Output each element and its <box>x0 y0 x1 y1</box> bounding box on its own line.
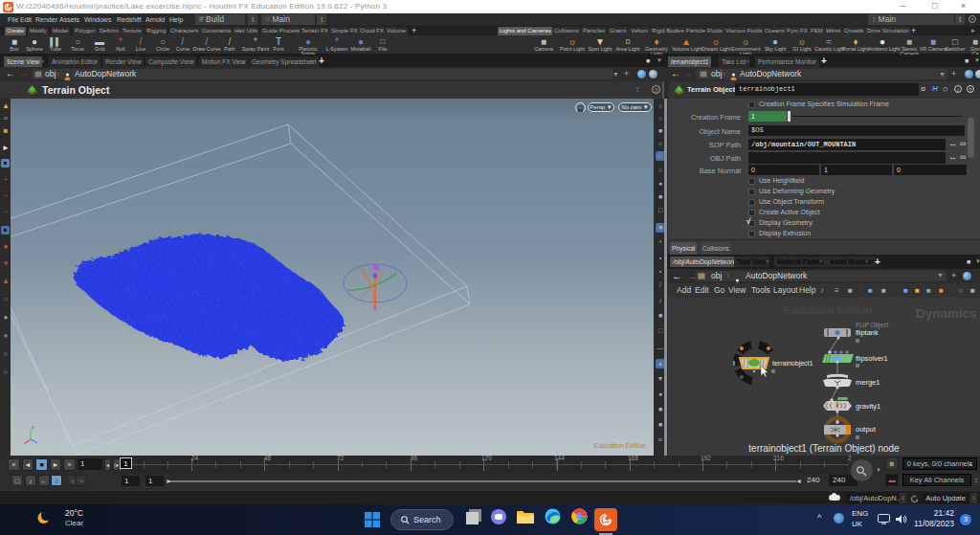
svg-text:merge1: merge1 <box>856 378 880 387</box>
svg-text:output: output <box>856 425 877 434</box>
svg-text:y: y <box>32 424 34 430</box>
svg-text:gravity1: gravity1 <box>856 402 880 411</box>
svg-text:Education Edition: Education Edition <box>783 304 873 316</box>
svg-text:terrainobject1 (Terrain Object: terrainobject1 (Terrain Object) node <box>748 443 900 454</box>
svg-text:terrainobject1: terrainobject1 <box>772 360 813 368</box>
svg-text:i: i <box>733 360 735 367</box>
svg-text:flipsolver1: flipsolver1 <box>856 354 888 363</box>
svg-text:Dynamics: Dynamics <box>916 306 977 321</box>
svg-text:fliptank: fliptank <box>856 328 879 337</box>
